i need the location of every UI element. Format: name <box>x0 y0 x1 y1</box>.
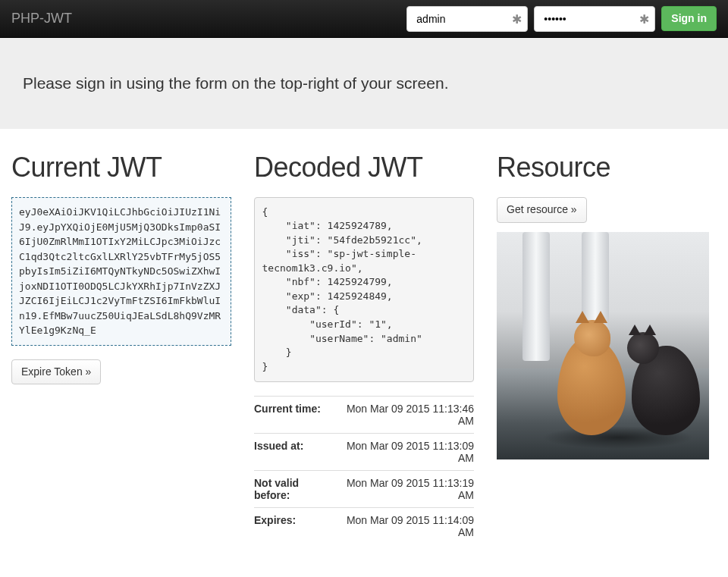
main-container: Current JWT eyJ0eXAiOiJKV1QiLCJhbGciOiJI… <box>0 152 728 544</box>
resource-column: Resource Get resource » <box>497 152 717 544</box>
time-row: Expires: Mon Mar 09 2015 11:14:09 AM <box>254 507 474 544</box>
time-list: Current time: Mon Mar 09 2015 11:13:46 A… <box>254 396 474 544</box>
clear-icon[interactable]: ✱ <box>512 11 522 26</box>
password-input[interactable] <box>534 6 655 32</box>
time-row: Issued at: Mon Mar 09 2015 11:13:09 AM <box>254 433 474 470</box>
jumbotron: Please sign in using the form on the top… <box>0 38 728 129</box>
time-value: Mon Mar 09 2015 11:13:09 AM <box>345 440 474 464</box>
decoded-jwt-column: Decoded JWT { "iat": 1425924789, "jti": … <box>254 152 474 544</box>
signin-form: ✱ ✱ Sign in <box>406 6 717 32</box>
expire-token-button[interactable]: Expire Token » <box>11 359 101 385</box>
username-wrap: ✱ <box>406 6 528 32</box>
username-input[interactable] <box>406 6 528 32</box>
current-jwt-heading: Current JWT <box>11 152 231 183</box>
password-wrap: ✱ <box>534 6 655 32</box>
clear-icon[interactable]: ✱ <box>639 11 649 26</box>
jwt-token-box: eyJ0eXAiOiJKV1QiLCJhbGciOiJIUzI1NiJ9.eyJ… <box>11 197 231 346</box>
decoded-json: { "iat": 1425924789, "jti": "54fde2b5921… <box>254 197 474 382</box>
cat-graphic <box>632 346 700 435</box>
brand-link[interactable]: PHP-JWT <box>11 11 72 27</box>
time-value: Mon Mar 09 2015 11:14:09 AM <box>345 514 474 538</box>
time-label: Current time: <box>254 403 337 427</box>
signin-button[interactable]: Sign in <box>661 6 717 32</box>
time-value: Mon Mar 09 2015 11:13:19 AM <box>345 477 474 501</box>
pillar-graphic <box>522 232 550 361</box>
get-resource-button[interactable]: Get resource » <box>497 197 587 223</box>
signin-instruction: Please sign in using the form on the top… <box>23 74 705 93</box>
resource-image <box>497 232 709 459</box>
cat-graphic <box>557 337 626 435</box>
columns-row: Current JWT eyJ0eXAiOiJKV1QiLCJhbGciOiJI… <box>11 152 717 544</box>
decoded-jwt-heading: Decoded JWT <box>254 152 474 183</box>
current-jwt-column: Current JWT eyJ0eXAiOiJKV1QiLCJhbGciOiJI… <box>11 152 231 544</box>
time-row: Not valid before: Mon Mar 09 2015 11:13:… <box>254 470 474 507</box>
time-label: Issued at: <box>254 440 337 464</box>
navbar: PHP-JWT ✱ ✱ Sign in <box>0 0 728 38</box>
time-row: Current time: Mon Mar 09 2015 11:13:46 A… <box>254 396 474 433</box>
time-label: Not valid before: <box>254 477 337 501</box>
time-label: Expires: <box>254 514 337 538</box>
resource-heading: Resource <box>497 152 717 183</box>
time-value: Mon Mar 09 2015 11:13:46 AM <box>345 403 474 427</box>
